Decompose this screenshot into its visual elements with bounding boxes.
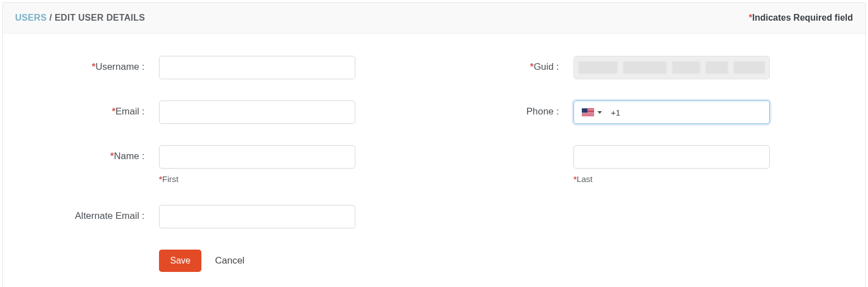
name-label: *Name :	[20, 145, 159, 162]
last-name-input[interactable]	[573, 145, 770, 169]
email-label: *Email :	[20, 101, 159, 117]
alternate-email-label: Alternate Email :	[20, 205, 159, 222]
breadcrumb-separator: /	[49, 13, 52, 22]
guid-label: *Guid :	[434, 56, 573, 73]
dial-code: +1	[607, 108, 620, 117]
first-sublabel: *First	[159, 174, 355, 184]
phone-input-group: +1	[573, 101, 770, 124]
username-label: *Username :	[20, 56, 159, 73]
guid-redacted-value	[578, 60, 765, 75]
chevron-down-icon	[597, 111, 602, 114]
country-select[interactable]	[574, 108, 607, 116]
form-body: *Username : *Guid : *Email : Phone :	[3, 34, 865, 287]
breadcrumb-root[interactable]: USERS	[15, 13, 47, 22]
form-actions: Save Cancel	[159, 250, 848, 272]
phone-input[interactable]	[620, 101, 769, 123]
edit-user-panel: USERS / EDIT USER DETAILS *Indicates Req…	[2, 2, 866, 287]
breadcrumb: USERS / EDIT USER DETAILS	[15, 13, 145, 23]
guid-field-readonly	[573, 56, 770, 79]
alternate-email-input[interactable]	[159, 205, 355, 228]
us-flag-icon	[582, 108, 594, 116]
required-note: *Indicates Required field	[749, 13, 853, 23]
first-name-input[interactable]	[159, 145, 355, 169]
last-sublabel: *Last	[573, 174, 770, 184]
email-input[interactable]	[159, 101, 355, 124]
panel-header: USERS / EDIT USER DETAILS *Indicates Req…	[3, 3, 865, 34]
breadcrumb-current: EDIT USER DETAILS	[55, 13, 145, 22]
save-button[interactable]: Save	[159, 250, 201, 272]
phone-label: Phone :	[434, 101, 573, 117]
cancel-button[interactable]: Cancel	[215, 255, 244, 266]
username-input[interactable]	[159, 56, 355, 79]
